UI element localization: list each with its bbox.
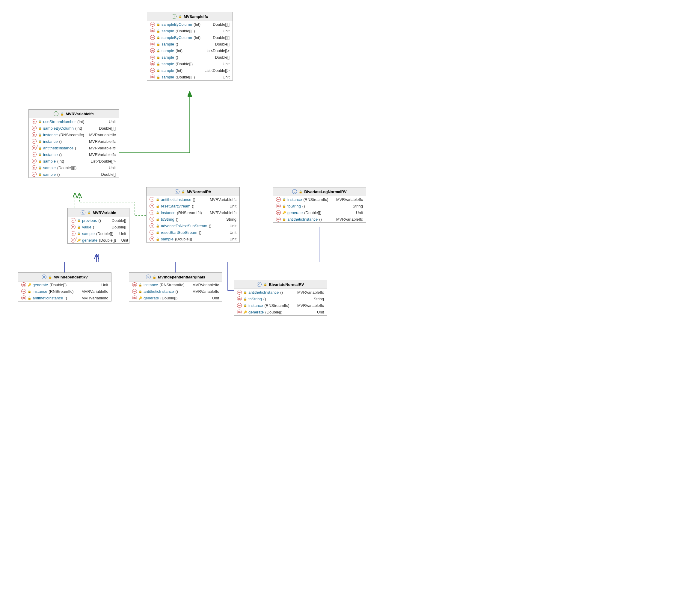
uml-row[interactable]: 🔒sample(Int)List<Double[]> xyxy=(147,47,233,54)
method-name: sample xyxy=(162,75,174,79)
return-type: Unit xyxy=(352,210,363,215)
uml-row[interactable]: 🔒sampleByColumn(Int)Double[][] xyxy=(29,125,119,131)
uml-box-mvNormalRV[interactable]: 🔒MVNormalRV🔒antitheticInstance()MVRVaria… xyxy=(146,187,240,243)
return-type: MVRVariableIfc xyxy=(294,303,324,308)
method-params: (Double[]) xyxy=(265,310,282,314)
uml-row[interactable]: 🔑generate(Double[])Unit xyxy=(68,237,129,244)
uml-row[interactable]: 🔒previous()Double[] xyxy=(68,217,129,224)
uml-row[interactable]: 🔒instance(RNStreamIfc)MVRVariableIfc xyxy=(129,281,222,288)
uml-row[interactable]: 🔒advanceToNextSubStream()Unit xyxy=(147,222,239,229)
uml-row[interactable]: 🔒antitheticInstance()MVRVariableIfc xyxy=(129,288,222,294)
uml-row[interactable]: 🔒antitheticInstance()MVRVariableIfc xyxy=(29,145,119,151)
return-type: MVRVariableIfc xyxy=(206,197,236,202)
return-type: MVRVariableIfc xyxy=(189,289,219,294)
uml-row[interactable]: 🔒instance(RNStreamIfc)MVRVariableIfc xyxy=(234,302,327,309)
method-params: (Double[]) xyxy=(49,283,66,287)
method-name: sample xyxy=(43,159,56,163)
uml-row[interactable]: 🔒sample(Double[][])Unit xyxy=(147,74,233,80)
lock-icon: 🔒 xyxy=(156,231,160,234)
uml-box-mvIndependentMarginals[interactable]: 🔒MVIndependentMarginals🔒instance(RNStrea… xyxy=(129,272,222,302)
uml-row[interactable]: 🔒sample(Double[][])Unit xyxy=(147,27,233,34)
uml-box-mvIndependentRV[interactable]: 🔒MVIndependentRV🔑generate(Double[])Unit🔒… xyxy=(18,272,112,302)
uml-row[interactable]: 🔒toString()String xyxy=(273,203,366,209)
return-type: Unit xyxy=(219,75,230,79)
method-name: toString xyxy=(287,204,301,208)
lock-icon: 🔒 xyxy=(77,219,80,222)
uml-body: 🔒instance(RNStreamIfc)MVRVariableIfc🔒toS… xyxy=(273,196,366,222)
uml-row[interactable]: 🔒antitheticInstance()MVRVariableIfc xyxy=(273,216,366,222)
uml-box-mvSampleIfc[interactable]: 🔒MVSampleIfc🔒sampleByColumn(Int)Double[]… xyxy=(147,12,233,80)
uml-row[interactable]: 🔑generate(Double[])Unit xyxy=(129,294,222,301)
lock-icon: 🔒 xyxy=(156,211,160,214)
class-title: BivariateLogNormalRV xyxy=(304,190,346,194)
uml-row[interactable]: 🔒instance()MVRVariableIfc xyxy=(29,138,119,145)
return-type: MVRVariableIfc xyxy=(78,289,108,294)
uml-row[interactable]: 🔒sampleByColumn(Int)Double[][] xyxy=(147,21,233,27)
uml-body: 🔑generate(Double[])Unit🔒instance(RNStrea… xyxy=(18,281,111,301)
uml-row[interactable]: 🔒sampleByColumn(Int)Double[][] xyxy=(147,34,233,41)
uml-row[interactable]: 🔒sample(Double[][])Unit xyxy=(29,165,119,171)
return-type: Double[][] xyxy=(95,126,116,131)
uml-row[interactable]: 🔒sample()Double[] xyxy=(147,41,233,47)
lock-icon: 🔒 xyxy=(157,49,160,52)
uml-row[interactable]: 🔑generate(Double[])Unit xyxy=(18,281,111,288)
uml-row[interactable]: 🔒sample(Int)List<Double[]> xyxy=(147,67,233,74)
uml-row[interactable]: 🔑generate(Double[])Unit xyxy=(273,209,366,216)
uml-body: 🔒sampleByColumn(Int)Double[][]🔒sample(Do… xyxy=(147,21,233,80)
method-icon xyxy=(276,197,281,202)
uml-row[interactable]: 🔒sample(Int)List<Double[]> xyxy=(29,158,119,165)
method-params: () xyxy=(176,42,178,47)
uml-row[interactable]: 🔑generate(Double[])Unit xyxy=(234,309,327,315)
method-name: sample xyxy=(161,237,174,241)
uml-row[interactable]: 🔒value()Double[] xyxy=(68,224,129,230)
method-icon xyxy=(71,224,75,229)
uml-row[interactable]: 🔒antitheticInstance()MVRVariableIfc xyxy=(18,294,111,301)
method-name: generate xyxy=(248,310,264,314)
method-name: antitheticInstance xyxy=(33,296,63,300)
lock-icon: 🔒 xyxy=(38,140,42,143)
return-type: MVRVariableIfc xyxy=(85,139,116,144)
lock-icon: 🔒 xyxy=(157,62,160,66)
uml-row[interactable]: 🔒instance(RNStreamIfc)MVRVariableIfc xyxy=(29,131,119,138)
uml-row[interactable]: 🔒sample(Double[])Unit xyxy=(147,236,239,242)
uml-box-mvrVariableIfc[interactable]: 🔒MVRVariableIfc🔒useStreamNumber(Int)Unit… xyxy=(28,109,119,178)
method-params: (Double[]) xyxy=(175,237,192,241)
uml-body: 🔒useStreamNumber(Int)Unit🔒sampleByColumn… xyxy=(29,118,119,178)
uml-row[interactable]: 🔒resetStartStream()Unit xyxy=(147,203,239,209)
uml-box-bivariateNormalRV[interactable]: 🔒BivariateNormalRV🔒antitheticInstance()M… xyxy=(234,280,327,316)
return-type: MVRVariableIfc xyxy=(189,283,219,287)
uml-header: 🔒MVRVariable xyxy=(68,208,129,217)
return-type: Unit xyxy=(209,296,219,300)
method-name: instance xyxy=(43,133,58,137)
uml-row[interactable]: 🔒sample(Double[])Unit xyxy=(147,61,233,67)
return-type: MVRVariableIfc xyxy=(206,210,236,215)
uml-row[interactable]: 🔒instance()MVRVariableIfc xyxy=(29,151,119,158)
lock-icon: 🔒 xyxy=(38,153,42,156)
uml-box-mvrVariable[interactable]: 🔒MVRVariable🔒previous()Double[]🔒value()D… xyxy=(67,208,129,244)
uml-row[interactable]: 🔒instance(RNStreamIfc)MVRVariableIfc xyxy=(273,196,366,203)
method-params: (RNStreamIfc) xyxy=(177,210,202,215)
class-title: MVRVariableIfc xyxy=(66,112,94,116)
uml-row[interactable]: 🔒sample()Double[] xyxy=(147,54,233,61)
lock-icon: 🔒 xyxy=(157,75,160,79)
uml-row[interactable]: 🔒sample(Double[])Unit xyxy=(68,230,129,237)
lock-icon: 🔒 xyxy=(157,43,160,46)
uml-row[interactable]: 🔒toString()String xyxy=(147,216,239,222)
uml-row[interactable]: 🔒instance(RNStreamIfc)MVRVariableIfc xyxy=(18,288,111,294)
uml-row[interactable]: 🔒resetStartSubStream()Unit xyxy=(147,229,239,236)
uml-row[interactable]: 🔒sample()Double[] xyxy=(29,171,119,178)
lock-icon: 🔒 xyxy=(38,133,42,136)
uml-box-bivariateLogNormalRV[interactable]: 🔒BivariateLogNormalRV🔒instance(RNStreamI… xyxy=(273,187,366,223)
method-icon xyxy=(32,159,37,163)
uml-row[interactable]: 🔒antitheticInstance()MVRVariableIfc xyxy=(234,289,327,296)
uml-header: 🔒MVRVariableIfc xyxy=(29,110,119,118)
uml-row[interactable]: 🔒useStreamNumber(Int)Unit xyxy=(29,118,119,125)
lock-icon: 🔒 xyxy=(27,290,31,293)
return-type: Unit xyxy=(226,224,236,228)
class-title: MVSampleIfc xyxy=(184,14,208,19)
method-name: instance xyxy=(248,303,263,308)
uml-row[interactable]: 🔒instance(RNStreamIfc)MVRVariableIfc xyxy=(147,209,239,216)
lock-icon: 🔒 xyxy=(60,112,64,116)
uml-row[interactable]: 🔒toString()String xyxy=(234,296,327,302)
uml-row[interactable]: 🔒antitheticInstance()MVRVariableIfc xyxy=(147,196,239,203)
